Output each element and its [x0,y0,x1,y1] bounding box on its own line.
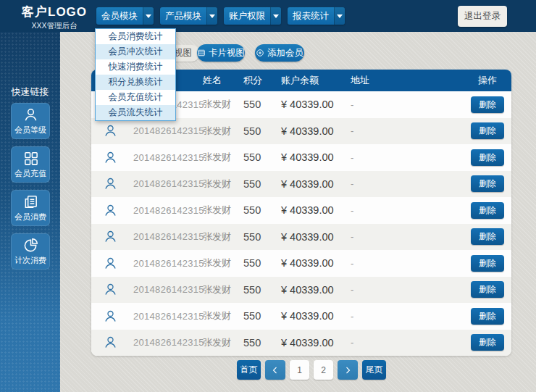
member-id: 2014826142315 [129,125,198,136]
plus-circle-icon [256,49,264,57]
sidebar-item-member-recharge[interactable]: 会员充值 [11,146,50,183]
user-icon [103,282,118,297]
member-points: 550 [239,337,277,349]
member-balance: ¥ 40339.00 [277,204,346,216]
member-address: - [346,231,411,242]
user-icon [103,309,118,324]
member-id: 2014826142315 [129,311,198,322]
sidebar-item-member-consume[interactable]: 会员消费 [11,190,50,226]
delete-button[interactable]: 删除 [471,149,504,166]
menu-item-member-consume-stats[interactable]: 会员消费统计 [96,29,175,44]
delete-button[interactable]: 删除 [471,202,504,219]
member-balance: ¥ 40339.00 [277,231,346,243]
member-balance: ¥ 40339.00 [277,151,346,163]
member-points: 550 [239,151,277,163]
top-bar: 客户LOGO XXX管理后台 会员模块 产品模块 账户权限 报表统计 退出登录 [0,0,536,32]
member-id: 2014826142315 [129,152,198,163]
member-points: 550 [239,231,277,243]
table-row: 2014826142315 张发财 550 ¥ 40339.00 - 删除 [91,197,511,224]
member-points: 550 [239,310,277,322]
table-row: 2014826142315 张发财 550 ¥ 40339.00 - 删除 [91,144,511,171]
user-icon [103,256,118,271]
avatar [91,203,129,218]
action-cell: 删除 [464,149,511,166]
action-cell: 删除 [464,175,511,192]
member-balance: ¥ 40339.00 [277,310,346,322]
delete-button[interactable]: 删除 [471,175,504,192]
member-name: 张发财 [198,125,239,138]
first-page-button[interactable]: 首页 [237,360,261,380]
page-button-2[interactable]: 2 [314,360,333,380]
member-address: - [346,284,411,295]
member-balance: ¥ 40339.00 [277,125,346,137]
member-balance: ¥ 40339.00 [277,337,346,349]
user-icon [103,229,118,244]
member-name: 张发财 [198,283,239,296]
caret-box[interactable] [206,7,217,25]
page-button-1[interactable]: 1 [290,360,309,380]
chevron-right-icon [343,366,352,375]
caret-box[interactable] [270,7,281,25]
delete-button[interactable]: 删除 [471,281,504,298]
nav-account-permission[interactable]: 账户权限 [224,7,281,25]
avatar [91,176,129,191]
delete-button[interactable]: 删除 [471,308,504,325]
member-id: 2014826142315 [129,178,198,189]
delete-button[interactable]: 删除 [471,255,504,272]
next-page-button[interactable] [338,360,358,380]
member-name: 张发财 [198,230,239,243]
nav-product-module[interactable]: 产品模块 [160,7,217,25]
member-name: 张发财 [198,151,239,164]
nav-label: 报表统计 [288,7,334,25]
card-view-icon [197,49,206,57]
nav-member-module[interactable]: 会员模块 [96,7,154,25]
avatar [91,256,129,271]
member-address: - [346,125,411,136]
logout-button[interactable]: 退出登录 [458,6,507,27]
sidebar: 快速链接 会员等级 会员充值 会员消费 [0,32,60,392]
delete-button[interactable]: 删除 [471,228,504,245]
col-address: 地址 [346,74,411,87]
user-icon [103,203,118,218]
action-cell: 删除 [464,96,511,113]
menu-item-member-loss-stats[interactable]: 会员流失统计 [96,105,175,120]
member-id: 2014826142315 [129,337,198,348]
add-member-button[interactable]: 添加会员 [255,44,304,62]
last-page-button[interactable]: 尾页 [362,360,386,380]
card-view-label: 卡片视图 [209,47,245,59]
menu-item-quick-consume-stats[interactable]: 快速消费统计 [96,59,175,75]
member-points: 550 [239,125,277,137]
menu-item-points-exchange-stats[interactable]: 积分兑换统计 [96,75,175,90]
avatar [91,335,129,350]
menu-item-member-recharge-count-stats[interactable]: 会员冲次统计 [96,44,175,59]
logo-title: 客户LOGO [22,4,87,20]
member-points: 550 [239,284,277,296]
member-address: - [346,337,411,348]
action-cell: 删除 [464,308,511,325]
action-cell: 删除 [464,228,511,245]
caret-box[interactable] [143,7,154,25]
menu-item-member-topup-stats[interactable]: 会员充值统计 [96,90,175,105]
delete-button[interactable]: 删除 [471,96,504,113]
table-row: 2014826142315 张发财 550 ¥ 40339.00 - 删除 [91,330,511,356]
caret-box[interactable] [334,7,345,25]
nav-label: 会员模块 [96,7,143,25]
sidebar-item-count-consume[interactable]: 计次消费 [11,233,50,270]
member-points: 550 [239,204,277,216]
delete-button[interactable]: 删除 [471,122,504,139]
quick-links-title: 快速链接 [0,86,60,99]
member-id: 2014826142315 [129,205,198,216]
chevron-down-icon [146,14,151,18]
member-id: 2014826142315 [129,284,198,295]
col-name: 姓名 [198,74,239,87]
member-balance: ¥ 40339.00 [277,284,346,296]
sidebar-item-member-level[interactable]: 会员等级 [11,103,50,139]
col-action: 操作 [464,74,511,87]
table-row: 2014826142315 张发财 550 ¥ 40339.00 - 删除 [91,250,511,277]
prev-page-button[interactable] [265,360,285,380]
delete-button[interactable]: 删除 [471,334,504,351]
card-view-button[interactable]: 卡片视图 [197,44,245,62]
chevron-down-icon [209,14,215,18]
avatar [91,150,129,165]
nav-report-stats[interactable]: 报表统计 [288,7,345,25]
